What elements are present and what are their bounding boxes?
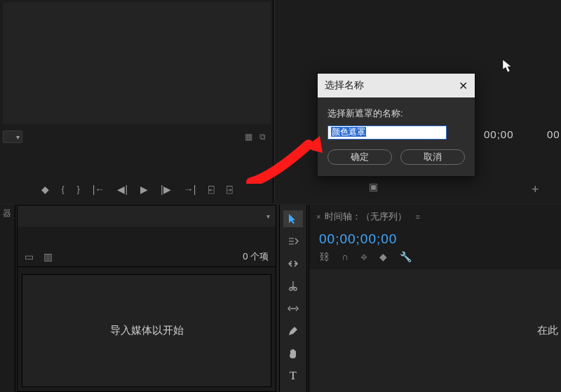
icon-view-icon[interactable]: ▥: [43, 251, 53, 262]
overwrite-icon[interactable]: ⍈: [227, 184, 232, 195]
pen-tool[interactable]: [283, 323, 303, 339]
project-bin-body[interactable]: 导入媒体以开始: [22, 274, 271, 387]
timeline-empty-hint: 在此: [537, 324, 558, 337]
linked-selection-icon[interactable]: ⎆: [361, 251, 367, 262]
slip-tool[interactable]: [283, 300, 303, 317]
matte-name-input[interactable]: 颜色遮罩: [327, 126, 447, 140]
ok-button[interactable]: 确定: [327, 149, 392, 165]
selection-tool[interactable]: [283, 210, 303, 227]
project-panel-header[interactable]: ▾: [18, 205, 276, 227]
app-root: ▾ ▦ ⧉ ◆ { } |← ◀| ▶ |▶ →| ⍇ ⍈ 00;00 00: …: [0, 0, 561, 392]
magnet-icon[interactable]: ∩: [342, 251, 349, 262]
program-timecode-a: 00;00: [484, 128, 514, 140]
choose-name-dialog: 选择名称 ✕ 选择新遮罩的名称: 颜色遮罩 确定 取消: [317, 73, 475, 177]
project-panel: ▾ ▭ ▥ 0 个项 导入媒体以开始: [17, 205, 276, 392]
in-bracket-icon[interactable]: {: [62, 184, 65, 194]
razor-tool[interactable]: [283, 278, 303, 295]
timeline-tab[interactable]: × 时间轴：（无序列） ≡: [316, 210, 420, 223]
grid-icon[interactable]: ▦: [245, 132, 252, 142]
out-bracket-icon[interactable]: }: [77, 184, 80, 194]
add-button-icon[interactable]: +: [532, 182, 539, 197]
list-view-icon[interactable]: ▭: [25, 251, 34, 262]
tool-palette: T: [279, 205, 307, 392]
ok-button-label: 确定: [351, 151, 369, 163]
lower-panels: 器 ▾ ▭ ▥ 0 个项 导入媒体以开始: [0, 205, 561, 392]
track-select-tool[interactable]: [283, 233, 303, 250]
source-monitor-controls: ▾ ▦ ⧉: [0, 128, 273, 145]
project-toolbar: ▭ ▥ 0 个项: [18, 246, 276, 267]
settings-icon[interactable]: 🔧: [400, 251, 412, 262]
source-monitor-viewport: [3, 2, 271, 124]
chevron-right-icon[interactable]: 器: [3, 208, 11, 219]
timeline-tab-menu-icon[interactable]: ≡: [415, 212, 419, 221]
timeline-panel: × 时间轴：（无序列） ≡ 00;00;00;00 ⛓ ∩ ⎆ ◆ 🔧 在此: [309, 205, 561, 392]
snap-icon[interactable]: ⛓: [319, 251, 329, 262]
hand-tool[interactable]: [283, 345, 303, 362]
dialog-titlebar[interactable]: 选择名称 ✕: [318, 74, 475, 97]
camera-icon[interactable]: ▣: [369, 181, 378, 192]
dialog-button-row: 确定 取消: [327, 149, 465, 165]
collapsed-panel[interactable]: 器: [0, 205, 15, 392]
cancel-button-label: 取消: [424, 151, 442, 163]
insert-icon[interactable]: ⍇: [208, 184, 214, 195]
panel-menu-icon[interactable]: ▾: [266, 212, 270, 220]
source-monitor: ▾ ▦ ⧉ ◆ { } |← ◀| ▶ |▶ →| ⍇ ⍈: [0, 0, 273, 203]
transport-bar: ◆ { } |← ◀| ▶ |▶ →| ⍇ ⍈: [0, 179, 273, 200]
step-back-icon[interactable]: ◀|: [117, 184, 128, 195]
close-icon[interactable]: ✕: [459, 79, 468, 93]
zoom-combo[interactable]: ▾: [3, 130, 22, 143]
marker-icon[interactable]: ◆: [41, 184, 49, 195]
matte-name-value: 颜色遮罩: [331, 127, 366, 137]
cancel-button[interactable]: 取消: [400, 149, 465, 165]
project-empty-hint: 导入媒体以开始: [110, 324, 184, 337]
program-timecode-b: 00:: [547, 128, 561, 140]
goto-out-icon[interactable]: →|: [184, 184, 196, 195]
play-icon[interactable]: ▶: [140, 184, 148, 195]
ripple-edit-tool[interactable]: [283, 255, 303, 272]
step-forward-icon[interactable]: |▶: [161, 184, 171, 195]
dialog-prompt-label: 选择新遮罩的名称:: [327, 107, 465, 120]
close-tab-icon[interactable]: ×: [316, 212, 320, 221]
timeline-body[interactable]: 在此: [309, 269, 561, 392]
step-icon[interactable]: ⧉: [259, 132, 266, 142]
dialog-body: 选择新遮罩的名称: 颜色遮罩 确定 取消: [318, 97, 475, 176]
monitor-area: ▾ ▦ ⧉ ◆ { } |← ◀| ▶ |▶ →| ⍇ ⍈ 00;00 00: …: [0, 0, 561, 203]
dialog-title-label: 选择名称: [325, 79, 364, 92]
marker-add-icon[interactable]: ◆: [379, 251, 387, 262]
timeline-toolbar: ⛓ ∩ ⎆ ◆ 🔧: [319, 251, 412, 262]
type-tool[interactable]: T: [283, 367, 303, 384]
item-count-label: 0 个项: [243, 250, 269, 263]
timeline-timecode[interactable]: 00;00;00;00: [319, 231, 397, 247]
goto-in-icon[interactable]: |←: [93, 184, 105, 195]
timeline-tab-label: 时间轴：（无序列）: [325, 210, 407, 223]
